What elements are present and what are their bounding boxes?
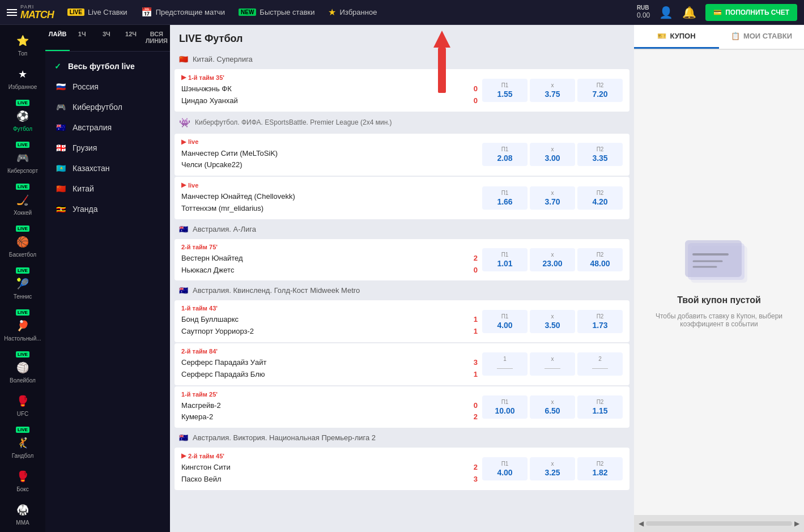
sidebar-item-favorites[interactable]: ★ Избранное [0,63,45,94]
tab-12h[interactable]: 12Ч [118,25,143,51]
odd-p2-bond[interactable]: П2 1.73 [577,310,623,333]
mybets-tab-icon: 📋 [731,32,740,40]
sidebar-item-ufc[interactable]: 🥊 UFC [0,390,45,421]
odd-p2-c1[interactable]: П2 3.35 [577,143,623,166]
sidebar-label-volleyball: Волейбол [10,377,36,384]
tab-1h[interactable]: 1Ч [70,25,94,51]
sidebar-label-ufc: UFC [17,411,29,418]
odd-p1-c1[interactable]: П1 2.08 [482,143,528,166]
sidebar-item-tabletennis[interactable]: LIVE 🏓 Настольный... [0,306,45,346]
scroll-right-arrow[interactable]: ▶ [794,520,799,527]
team-row-southport: Саутпорт Уорриорз-2 1 [181,326,478,338]
sidebar-item-boxing[interactable]: 🥊 Бокс [0,465,45,496]
sidebar-item-mma[interactable]: 🥋 MMA [0,499,45,530]
georgia-flag-icon: 🇬🇪 [54,143,67,152]
odd-x-surfers[interactable]: х —— [530,352,575,376]
aus-flag-2: 🇦🇺 [179,286,188,295]
odd-1-surfers[interactable]: 1 —— [482,352,528,376]
china-league-flag: 🇨🇳 [179,55,188,63]
odd-x-w[interactable]: х 23.00 [530,248,575,271]
top-icon: ⭐ [15,33,31,49]
odd-2-surfers[interactable]: 2 —— [577,352,623,376]
volleyball-icon: 🏐 [15,360,31,376]
odds-group-western: П1 1.01 х 23.00 П2 48.00 [482,248,623,271]
match-card-manutd: ▶ live Манчестер Юнайтед (Chellovekk) То… [175,177,629,219]
odd-x-king[interactable]: х 3.25 [530,457,575,480]
sidebar-item-volleyball[interactable]: LIVE 🏐 Волейбол [0,348,45,388]
odd-p2-mus[interactable]: П2 1.15 [577,395,623,419]
coupon-tab-icon: 🎫 [657,32,666,40]
odd-p2-king[interactable]: П2 1.82 [577,457,623,480]
live-dot-tennis: LIVE [16,267,29,274]
odd-p1-mus[interactable]: П1 10.00 [482,395,528,419]
odd-p1[interactable]: П1 1.55 [482,79,528,102]
upcoming-matches-nav[interactable]: 📅 Предстоящие матчи [141,7,225,18]
team-row-musgrove1: Масгрейв-2 0 [181,400,478,412]
sport-row-georgia[interactable]: 🇬🇪 Грузия [45,138,170,158]
fill-account-button[interactable]: 💳 ПОПОЛНИТЬ СЧЕТ [705,4,797,21]
fast-bets-nav[interactable]: NEW Быстрые ставки [239,8,314,16]
video-icon: ▶ [181,74,186,81]
favorites-nav[interactable]: ★ Избранное [328,7,377,18]
sport-row-australia[interactable]: 🇦🇺 Австралия [45,117,170,138]
sidebar-item-basketball[interactable]: LIVE 🏀 Баскетбол [0,222,45,262]
scroll-left-arrow[interactable]: ◀ [639,520,644,527]
odd-p2-w[interactable]: П2 48.00 [577,248,623,271]
odd-x-mus[interactable]: х 6.50 [530,395,575,419]
live-dot-vball: LIVE [16,351,29,357]
odd-x-bond[interactable]: х 3.50 [530,310,575,333]
odd-p1-w[interactable]: П1 1.01 [482,248,528,271]
sidebar-item-cybersport[interactable]: LIVE 🎮 Киберспорт [0,138,45,178]
tab-mybets[interactable]: 📋 МОИ СТАВКИ [719,25,804,49]
sidebar-item-handball[interactable]: LIVE 🤾 Гандбол [0,423,45,463]
sport-row-china[interactable]: 🇨🇳 Китай [45,178,170,199]
page-title: LIVE Футбол [179,33,243,44]
user-icon[interactable]: 👤 [659,6,673,19]
sports-list: ✓ Весь футбол live 🇷🇺 Россия 🎮 Киберфутб… [45,52,170,224]
bell-icon[interactable]: 🔔 [682,6,696,19]
sidebar-item-top[interactable]: ⭐ Топ [0,29,45,61]
basketball-icon: 🏀 [15,234,31,250]
scrollbar-track[interactable] [646,521,792,526]
odds-group-musgrove: П1 10.00 х 6.50 П2 1.15 [482,395,623,419]
match-info-musgrove: 1-й тайм 25' Масгрейв-2 0 Кумера-2 2 [181,391,478,424]
sidebar-item-football[interactable]: LIVE ⚽ Футбол [0,96,45,136]
odd-p1-c2[interactable]: П1 1.66 [482,186,528,210]
sidebar-label-favorites: Избранное [8,84,37,91]
team-row-western1: Вестерн Юнайтед 2 [181,253,478,265]
match-info-kingston: ▶ 2-й тайм 45' Кингстон Сити 2 Паско Вей… [181,452,478,486]
balance: RUB 0.00 [637,5,650,19]
tab-coupon[interactable]: 🎫 КУПОН [634,25,719,49]
odd-x-c1[interactable]: х 3.00 [530,143,575,166]
sport-row-russia[interactable]: 🇷🇺 Россия [45,76,170,97]
match-card-shenzen: ▶ 1-й тайм 35' Шэньчжэнь ФК 0 Циндао Хуа… [175,69,629,112]
live-dot-hand: LIVE [16,427,29,433]
sport-row-uganda[interactable]: 🇺🇬 Уганда [45,199,170,219]
sport-row-kazakhstan[interactable]: 🇰🇿 Казахстан [45,158,170,178]
tab-live[interactable]: ЛАЙВ [45,25,70,51]
favorites-icon: ★ [15,66,31,82]
football-icon: ⚽ [15,108,31,124]
team-row-chelsea: Челси (Upcake22) [181,159,478,171]
odd-p1-king[interactable]: П1 4.00 [482,457,528,480]
sidebar-item-tennis[interactable]: LIVE 🎾 Теннис [0,264,45,304]
odd-x-c2[interactable]: х 3.70 [530,186,575,210]
hamburger-icon[interactable] [7,9,17,16]
tab-all-line[interactable]: ВСЯ ЛИНИЯ [143,25,170,51]
odds-group-cyber1: П1 2.08 х 3.00 П2 3.35 [482,143,623,166]
live-bets-nav[interactable]: LIVE Live Ставки [67,8,127,16]
live-text: live [188,138,198,145]
team-row-1: Шэньчжэнь ФК 0 [181,83,478,95]
sport-row-cyberfootball[interactable]: 🎮 Киберфутбол [45,97,170,117]
sidebar-item-hockey[interactable]: LIVE 🏒 Хоккей [0,180,45,220]
match-time-western: 2-й тайм 75' [181,244,478,250]
odd-p1-bond[interactable]: П1 4.00 [482,310,528,333]
sports-nav: ЛАЙВ 1Ч 3Ч 12Ч ВСЯ ЛИНИЯ ✓ Весь футбол l… [45,25,170,532]
odd-p2[interactable]: П2 7.20 [577,79,623,102]
tab-3h[interactable]: 3Ч [94,25,118,51]
match-time-cyber2: ▶ live [181,181,478,189]
odd-p2-c2[interactable]: П2 4.20 [577,186,623,210]
sport-row-all-football[interactable]: ✓ Весь футбол live [45,56,170,76]
logo: PARI MATCH [7,5,54,20]
odd-x[interactable]: х 3.75 [530,79,575,102]
